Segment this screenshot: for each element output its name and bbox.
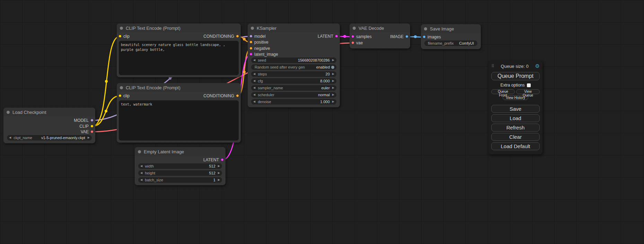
node-load-checkpoint[interactable]: Load Checkpoint MODEL CLIP VAE ◀ ckpt_na… [3,108,95,143]
input-socket[interactable] [249,53,253,56]
decrement-arrow-icon[interactable]: ◀ [140,177,142,183]
slot-label: CONDITIONING [203,93,234,99]
increment-arrow-icon[interactable]: ▶ [332,99,334,105]
widget-random-seed[interactable]: Random seed after every gen enabled [251,64,336,70]
clear-button[interactable]: Clear [491,133,540,141]
input-slot-latent-image[interactable]: latent_image [248,52,340,57]
widget-label: cfg [258,78,263,84]
node-empty-latent-image[interactable]: Empty Latent Image LATENT ◀ width 512 ▶ … [135,147,226,185]
output-slot-conditioning[interactable]: CONDITIONING [117,93,241,99]
decrement-arrow-icon[interactable]: ◀ [253,78,255,84]
decrement-arrow-icon[interactable]: ◀ [253,99,255,105]
widget-denoise[interactable]: ◀ denoise 1.000 ▶ [251,99,336,105]
output-slot-latent[interactable]: LATENT [135,157,226,163]
widget-value: v1-5-pruned-emaonly.ckpt [41,135,85,141]
decrement-arrow-icon[interactable]: ◀ [253,85,255,91]
view-history-button[interactable]: View History [503,95,528,100]
collapse-dot-icon[interactable] [424,27,427,30]
node-header[interactable]: Empty Latent Image [135,147,226,156]
output-socket[interactable] [236,35,239,38]
drag-handle-icon[interactable]: ⠿ [491,64,494,69]
input-slot-positive[interactable]: positive [248,39,340,45]
input-socket[interactable] [351,41,354,44]
collapse-dot-icon[interactable] [120,86,123,89]
extra-options-checkbox[interactable] [527,83,531,87]
load-default-button[interactable]: Load Default [491,142,540,150]
input-socket[interactable] [423,35,426,38]
increment-arrow-icon[interactable]: ▶ [332,85,334,91]
node-graph-canvas[interactable]: Load Checkpoint MODEL CLIP VAE ◀ ckpt_na… [0,0,644,244]
output-socket[interactable] [236,94,239,97]
widget-width[interactable]: ◀ width 512 ▶ [138,163,222,169]
settings-gear-icon[interactable]: ⚙ [535,63,540,69]
decrement-arrow-icon[interactable]: ◀ [253,71,255,77]
increment-arrow-icon[interactable]: ▶ [332,78,334,84]
widget-height[interactable]: ◀ height 512 ▶ [138,170,222,176]
link-midpoint-dot [243,38,246,40]
widget-sampler-name[interactable]: ◀ sampler_name euler ▶ [251,85,336,91]
input-socket[interactable] [249,40,253,44]
node-clip-text-encode-positive[interactable]: CLIP Text Encode (Prompt) clip CONDITION… [117,24,241,77]
output-socket[interactable] [90,130,94,133]
increment-arrow-icon[interactable]: ▶ [88,135,90,141]
widget-seed[interactable]: ◀ seed 156680208700286 ▶ [251,57,336,63]
widget-cfg[interactable]: ◀ cfg 8.000 ▶ [251,78,336,84]
node-ksampler[interactable]: KSampler model LATENT positive negative … [248,24,340,107]
queue-front-button[interactable]: Queue Front [491,89,515,94]
output-socket[interactable] [221,158,224,161]
prompt-text-input[interactable]: text, watermark [119,100,239,141]
output-slot-image[interactable]: IMAGE [350,34,410,39]
collapse-dot-icon[interactable] [353,27,356,30]
increment-arrow-icon[interactable]: ▶ [332,57,334,63]
increment-arrow-icon[interactable]: ▶ [218,177,220,183]
widget-ckpt-name[interactable]: ◀ ckpt_name v1-5-pruned-emaonly.ckpt ▶ [7,135,92,141]
input-slot-vae[interactable]: vae [350,40,410,46]
node-header[interactable]: VAE Decode [350,24,410,33]
view-queue-button[interactable]: View Queue [516,89,540,94]
output-slot-clip[interactable]: CLIP [3,124,95,129]
node-clip-text-encode-negative[interactable]: CLIP Text Encode (Prompt) clip CONDITION… [117,83,241,143]
widget-steps[interactable]: ◀ steps 20 ▶ [251,71,336,77]
widget-scheduler[interactable]: ◀ scheduler normal ▶ [251,92,336,98]
prompt-text-input[interactable]: beautiful scenery nature glass bottle la… [119,41,239,75]
decrement-arrow-icon[interactable]: ◀ [140,163,142,169]
decrement-arrow-icon[interactable]: ◀ [9,135,11,141]
output-socket[interactable] [90,119,94,122]
collapse-dot-icon[interactable] [251,27,254,30]
toggle-knob-icon[interactable] [331,66,334,69]
output-slot-latent[interactable]: LATENT [248,34,340,39]
node-save-image[interactable]: Save Image images filename_prefix ComfyU… [421,24,481,49]
collapse-dot-icon[interactable] [7,111,10,114]
output-socket[interactable] [335,35,338,38]
node-vae-decode[interactable]: VAE Decode samples IMAGE vae [350,24,410,48]
collapse-dot-icon[interactable] [120,27,123,30]
node-header[interactable]: Load Checkpoint [3,108,95,117]
output-slot-model[interactable]: MODEL [3,118,95,123]
output-slot-vae[interactable]: VAE [3,129,95,135]
decrement-arrow-icon[interactable]: ◀ [253,92,255,98]
widget-batch-size[interactable]: ◀ batch_size 1 ▶ [138,177,222,183]
output-socket[interactable] [405,35,408,38]
output-socket[interactable] [90,125,94,128]
load-button[interactable]: Load [491,114,540,122]
node-header[interactable]: CLIP Text Encode (Prompt) [117,24,241,33]
increment-arrow-icon[interactable]: ▶ [332,71,334,77]
input-slot-negative[interactable]: negative [248,46,340,51]
node-header[interactable]: CLIP Text Encode (Prompt) [117,83,241,92]
widget-value: 156680208700286 [298,57,330,63]
collapse-dot-icon[interactable] [138,150,141,153]
output-slot-conditioning[interactable]: CONDITIONING [117,34,241,39]
increment-arrow-icon[interactable]: ▶ [218,163,220,169]
widget-filename-prefix[interactable]: filename_prefix ComfyUI [424,40,477,46]
decrement-arrow-icon[interactable]: ◀ [253,57,255,63]
increment-arrow-icon[interactable]: ▶ [332,92,334,98]
input-slot-images[interactable]: images [421,34,481,40]
increment-arrow-icon[interactable]: ▶ [218,170,220,176]
decrement-arrow-icon[interactable]: ◀ [140,170,142,176]
input-socket[interactable] [249,47,253,50]
queue-prompt-button[interactable]: Queue Prompt [491,72,540,80]
node-header[interactable]: Save Image [421,24,481,33]
node-header[interactable]: KSampler [248,24,340,33]
save-button[interactable]: Save [491,105,540,113]
refresh-button[interactable]: Refresh [491,124,540,132]
